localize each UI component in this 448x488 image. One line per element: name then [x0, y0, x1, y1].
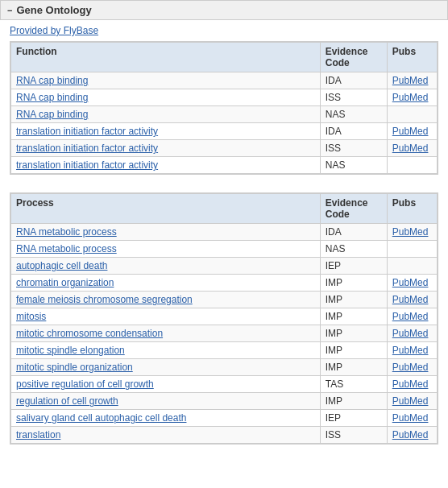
evidence-code: IMP [320, 325, 387, 342]
function-table-header-row: Function Evidence Code Pubs [11, 43, 438, 72]
pub-cell: PubMed [387, 376, 437, 393]
pub-cell: PubMed [387, 342, 437, 359]
process-col-header: Process [11, 194, 321, 224]
process-table-container: Process Evidence Code Pubs RNA metabolic… [10, 192, 438, 445]
pub-cell: PubMed [387, 123, 437, 140]
pub-cell: PubMed [387, 393, 437, 410]
evidence-code: IEP [320, 410, 387, 427]
table-row: mitotic spindle organizationIMPPubMed [11, 359, 438, 376]
term-link[interactable]: RNA metabolic process [16, 226, 117, 238]
pubmed-link[interactable]: PubMed [392, 328, 429, 339]
evidence-code: IMP [320, 308, 387, 325]
table-row: RNA metabolic processIDAPubMed [11, 224, 438, 241]
provided-by: Provided by FlyBase [0, 20, 448, 41]
process-pubs-col-header: Pubs [387, 194, 437, 224]
pubmed-link[interactable]: PubMed [392, 75, 429, 86]
evidence-code: IMP [320, 393, 387, 410]
function-col-header: Function [11, 43, 321, 72]
table-row: chromatin organizationIMPPubMed [11, 275, 438, 292]
term-link[interactable]: female meiosis chromosome segregation [16, 294, 193, 305]
process-evidence-col-header: Evidence Code [320, 194, 387, 224]
pubmed-link[interactable]: PubMed [392, 429, 429, 440]
pubmed-link[interactable]: PubMed [392, 362, 429, 373]
term-link[interactable]: mitosis [16, 311, 46, 322]
pubmed-link[interactable]: PubMed [392, 126, 429, 137]
pub-cell: PubMed [387, 359, 437, 376]
table-row: mitotic spindle elongationIMPPubMed [11, 342, 438, 359]
table-row: RNA cap bindingISSPubMed [11, 89, 438, 106]
toggle-icon[interactable]: − [7, 6, 12, 15]
evidence-code: IDA [320, 224, 387, 241]
evidence-col-header: Evidence Code [320, 43, 387, 72]
pub-cell [387, 241, 437, 258]
term-link[interactable]: mitotic chromosome condensation [16, 328, 163, 339]
pubmed-link[interactable]: PubMed [392, 143, 429, 154]
pub-cell: PubMed [387, 427, 437, 444]
table-row: translation initiation factor activityID… [11, 123, 438, 140]
process-table: Process Evidence Code Pubs RNA metabolic… [10, 193, 438, 444]
pubmed-link[interactable]: PubMed [392, 294, 429, 305]
pub-cell: PubMed [387, 308, 437, 325]
pubmed-link[interactable]: PubMed [392, 345, 429, 356]
evidence-code: IMP [320, 359, 387, 376]
evidence-code: NAS [320, 106, 387, 123]
term-link[interactable]: autophagic cell death [16, 260, 107, 271]
term-link[interactable]: translation initiation factor activity [16, 143, 158, 154]
function-table-container: Function Evidence Code Pubs RNA cap bind… [10, 41, 438, 175]
section-title: Gene Ontology [16, 4, 91, 16]
provided-by-link[interactable]: Provided by FlyBase [10, 25, 98, 36]
term-link[interactable]: positive regulation of cell growth [16, 378, 154, 390]
evidence-code: NAS [320, 157, 387, 174]
term-link[interactable]: chromatin organization [16, 277, 114, 288]
pub-cell [387, 106, 437, 123]
table-row: salivary gland cell autophagic cell deat… [11, 410, 438, 427]
table-row: RNA cap bindingIDAPubMed [11, 72, 438, 89]
term-link[interactable]: translation initiation factor activity [16, 126, 158, 137]
term-link[interactable]: RNA cap binding [16, 109, 88, 120]
term-link[interactable]: RNA cap binding [16, 75, 88, 86]
pub-cell [387, 258, 437, 275]
pub-cell: PubMed [387, 292, 437, 308]
term-link[interactable]: mitotic spindle elongation [16, 345, 125, 356]
table-row: translationISSPubMed [11, 427, 438, 444]
evidence-code: TAS [320, 376, 387, 393]
term-link[interactable]: translation [16, 429, 60, 440]
term-link[interactable]: mitotic spindle organization [16, 362, 133, 373]
pub-cell: PubMed [387, 410, 437, 427]
table-row: translation initiation factor activityIS… [11, 140, 438, 157]
table-row: RNA metabolic processNAS [11, 241, 438, 258]
table-row: regulation of cell growthIMPPubMed [11, 393, 438, 410]
term-link[interactable]: translation initiation factor activity [16, 159, 158, 171]
term-link[interactable]: RNA cap binding [16, 92, 88, 103]
evidence-code: IEP [320, 258, 387, 275]
table-row: autophagic cell deathIEP [11, 258, 438, 275]
table-row: positive regulation of cell growthTASPub… [11, 376, 438, 393]
evidence-code: IMP [320, 292, 387, 308]
pub-cell: PubMed [387, 72, 437, 89]
evidence-code: IMP [320, 342, 387, 359]
evidence-code: IDA [320, 72, 387, 89]
pub-cell [387, 157, 437, 174]
pubmed-link[interactable]: PubMed [392, 378, 429, 390]
pub-cell: PubMed [387, 140, 437, 157]
evidence-code: NAS [320, 241, 387, 258]
pub-cell: PubMed [387, 275, 437, 292]
function-table: Function Evidence Code Pubs RNA cap bind… [10, 42, 438, 174]
pubmed-link[interactable]: PubMed [392, 412, 429, 424]
pubmed-link[interactable]: PubMed [392, 277, 429, 288]
pubmed-link[interactable]: PubMed [392, 395, 429, 407]
pubs-col-header: Pubs [387, 43, 437, 72]
term-link[interactable]: regulation of cell growth [16, 395, 118, 407]
evidence-code: ISS [320, 427, 387, 444]
term-link[interactable]: RNA metabolic process [16, 243, 117, 254]
pubmed-link[interactable]: PubMed [392, 92, 429, 103]
table-row: RNA cap bindingNAS [11, 106, 438, 123]
evidence-code: IDA [320, 123, 387, 140]
pubmed-link[interactable]: PubMed [392, 226, 429, 238]
pubmed-link[interactable]: PubMed [392, 311, 429, 322]
term-link[interactable]: salivary gland cell autophagic cell deat… [16, 412, 186, 424]
evidence-code: ISS [320, 140, 387, 157]
evidence-code: IMP [320, 275, 387, 292]
table-row: translation initiation factor activityNA… [11, 157, 438, 174]
table-row: female meiosis chromosome segregationIMP… [11, 292, 438, 308]
